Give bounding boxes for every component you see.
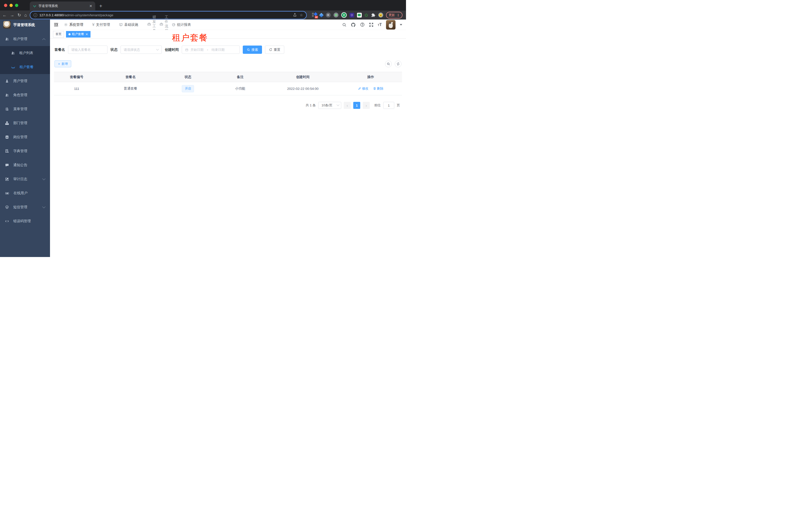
tag-tenant-package[interactable]: 租户套餐 ✕ [66,31,90,37]
share-icon[interactable] [293,13,297,17]
page-size-value: 10条/页 [321,103,332,108]
extension-emoji-icon[interactable] [378,12,383,18]
tab-close-icon[interactable]: ✕ [89,4,92,8]
browser-tab[interactable]: 芋道管理系统 ✕ [30,1,95,10]
cell-package-name: 普通套餐 [99,82,162,96]
gear-icon [64,23,68,27]
font-size-icon[interactable]: TT [378,23,382,27]
trash-icon [373,87,376,90]
bookmark-star-icon[interactable]: ☆ [300,13,303,17]
extension-command-icon[interactable]: ⌘ [326,12,331,18]
sidebar-menu: 租户管理 租户列表 租户套餐 用户管理 角色管理 [0,30,50,228]
sidebar-item-sms-management[interactable]: 短信管理 [0,200,50,214]
window-minimize-button[interactable] [9,4,13,7]
new-tab-button[interactable]: + [99,3,102,9]
package-name-input[interactable] [71,48,104,52]
browser-menu-icon[interactable]: ⋮ [397,13,400,17]
refresh-table-button[interactable] [395,60,402,67]
forward-button[interactable]: → [10,13,14,17]
github-icon[interactable] [351,22,356,27]
column-header-status: 状态 [162,72,214,82]
extensions-puzzle-icon[interactable] [371,13,376,17]
sidebar-collapse-icon[interactable] [54,22,58,27]
browser-update-button[interactable]: 更新 ⋮ [386,12,403,19]
status-select[interactable]: 请选择状态 [120,46,162,54]
nav-item-reports[interactable]: 统计报表 [172,23,191,27]
prev-page-button[interactable]: ‹ [344,102,351,109]
sidebar-item-error-code[interactable]: 错误码管理 [0,214,50,228]
sidebar-item-audit-log[interactable]: 审计日志 [0,172,50,186]
sidebar-item-notice[interactable]: 通知公告 [0,158,50,172]
toggle-search-button[interactable] [385,60,392,67]
nav-item-system[interactable]: 系统管理 [64,23,83,27]
sidebar-item-label: 短信管理 [13,205,27,210]
home-button[interactable]: ⌂ [24,13,27,17]
nav-item-payment[interactable]: ¥ 支付管理 [92,23,110,27]
nav-item-infrastructure[interactable]: 基础设施 [119,23,138,27]
cell-status: 开启 [162,82,214,96]
nav-item-label: 系统管理 [69,23,83,27]
user-icon [5,79,9,83]
user-avatar[interactable] [386,20,396,29]
sidebar-item-tenant-list[interactable]: 租户列表 [0,46,50,60]
sidebar-item-dept-management[interactable]: 部门管理 [0,116,50,130]
sidebar-item-online-users[interactable]: 在线用户 [0,186,50,200]
nav-item-workflow[interactable]: 工作流程 [160,23,163,26]
plus-icon: + [58,62,60,66]
extension-blue-diamond-icon[interactable]: 10 [312,12,317,18]
calendar-icon [185,48,188,52]
reset-button[interactable]: 重置 [265,46,284,54]
search-button[interactable]: 搜索 [243,46,262,54]
site-info-icon[interactable]: i [33,13,37,17]
search-button-label: 搜索 [252,48,258,52]
back-button[interactable]: ← [2,13,7,17]
browser-toolbar: ← → ↻ ⌂ i 127.0.0.1:48080/admin-ui/syste… [0,10,406,20]
toolbox-icon [147,22,151,26]
app-logo-row[interactable]: 芋道管理系统 [0,20,50,30]
avatar-caret-icon[interactable] [400,24,402,26]
app-header: 系统管理 ¥ 支付管理 基础设施 研发工具 工作流程 [50,20,406,30]
window-zoom-button[interactable] [15,4,18,7]
refresh-icon [269,48,272,51]
delete-link[interactable]: 删除 [373,86,383,91]
page-size-select[interactable]: 10条/页 [318,102,341,109]
shield-check-icon [5,205,9,209]
sidebar-item-tenant-management[interactable]: 租户管理 [0,32,50,46]
extension-gem-icon[interactable] [319,13,323,17]
next-page-button[interactable]: › [363,102,370,109]
page-1-button[interactable]: 1 [353,102,360,109]
sidebar-item-role-management[interactable]: 角色管理 [0,88,50,102]
tab-title: 芋道管理系统 [38,4,87,8]
cell-remark: 小功能 [214,82,266,96]
sidebar-item-tenant-package[interactable]: 租户套餐 [0,60,50,74]
nav-item-dev-tools[interactable]: 研发工具 [147,23,150,26]
help-icon[interactable] [360,22,365,27]
edit-link[interactable]: 修改 [358,86,369,91]
refresh-icon [397,62,400,65]
tag-home[interactable]: 首页 [53,31,64,37]
top-navigation: 系统管理 ¥ 支付管理 基础设施 研发工具 工作流程 [64,23,191,27]
date-range-picker[interactable]: 开始日期 - 结束日期 [182,46,240,54]
peoples-icon [5,37,9,41]
update-label: 更新 [389,13,395,17]
status-badge[interactable]: 开启 [182,85,194,92]
reload-button[interactable]: ↻ [18,13,21,17]
sidebar-item-post-management[interactable]: 岗位管理 [0,130,50,144]
goto-page-input[interactable] [383,102,394,109]
sidebar-item-label: 租户列表 [19,51,33,55]
add-button[interactable]: + 新增 [55,60,71,67]
sidebar-item-user-management[interactable]: 用户管理 [0,74,50,88]
nav-item-label: 统计报表 [177,23,191,27]
extension-green-dot-icon[interactable] [334,12,339,18]
tag-close-icon[interactable]: ✕ [86,32,88,36]
sidebar-item-menu-management[interactable]: 菜单管理 [0,102,50,116]
date-end-placeholder: 结束日期 [211,48,225,52]
extension-shield-icon[interactable] [349,13,354,18]
extension-chat-icon[interactable] [357,13,362,18]
extension-v-icon[interactable]: V [341,12,347,18]
search-icon[interactable] [342,23,347,27]
sidebar-item-dict-management[interactable]: 字典管理 [0,144,50,158]
window-close-button[interactable] [4,4,7,7]
fullscreen-icon[interactable] [369,23,374,27]
extension-star-icon[interactable]: ✩ [365,13,369,18]
